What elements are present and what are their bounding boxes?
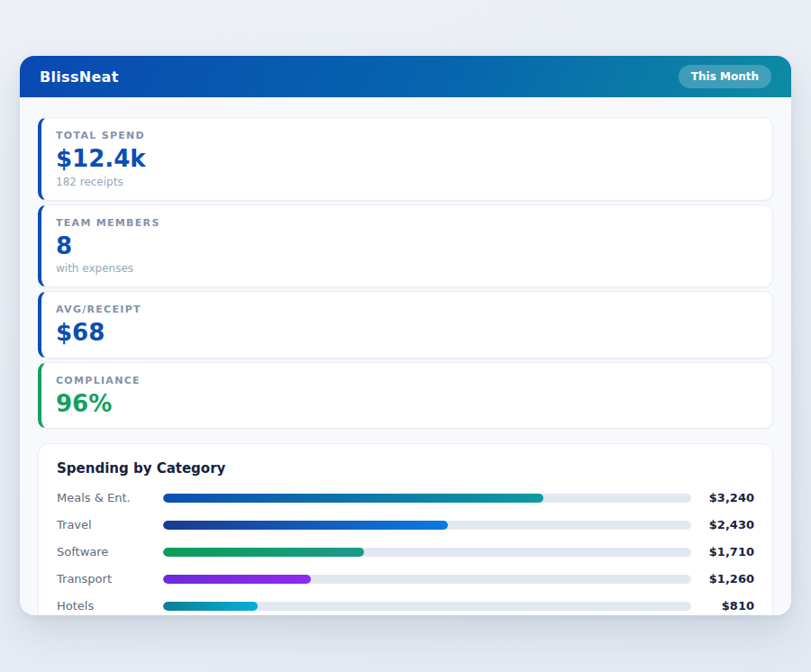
stat-card: TEAM MEMBERS 8 with expenses	[38, 204, 773, 288]
stat-label: TOTAL SPEND	[56, 130, 756, 141]
category-value: $1,260	[691, 572, 754, 586]
category-bar-track	[163, 548, 691, 557]
spending-chart-card: Spending by Category Meals & Ent. $3,240…	[38, 443, 773, 615]
stat-label: TEAM MEMBERS	[56, 217, 756, 229]
category-bar-fill	[163, 575, 311, 584]
chart-row: Travel $2,430	[57, 518, 754, 531]
category-value: $1,710	[691, 545, 754, 558]
dashboard-content: TOTAL SPEND $12.4k 182 receipts TEAM MEM…	[20, 97, 791, 615]
category-bar-fill	[163, 494, 543, 503]
chart-row: Transport $1,260	[57, 572, 754, 586]
stat-label: AVG/RECEIPT	[56, 304, 756, 315]
category-bar-fill	[163, 548, 364, 557]
stat-value: 96%	[56, 391, 756, 417]
category-label: Transport	[57, 572, 163, 586]
category-value: $3,240	[691, 491, 754, 504]
app-header: BlissNeat This Month	[20, 56, 791, 97]
category-bar-track	[163, 602, 691, 611]
category-label: Hotels	[57, 599, 163, 613]
stat-sub: 182 receipts	[56, 176, 756, 188]
stat-card: COMPLIANCE 96%	[38, 362, 773, 430]
chart-title: Spending by Category	[57, 460, 754, 477]
app-title: BlissNeat	[40, 68, 119, 86]
category-bar-fill	[163, 602, 258, 611]
dashboard-panel: BlissNeat This Month TOTAL SPEND $12.4k …	[20, 56, 791, 615]
category-label: Meals & Ent.	[57, 491, 163, 504]
stat-value: 8	[56, 233, 756, 259]
chart-row: Hotels $810	[57, 599, 754, 613]
period-filter-badge[interactable]: This Month	[679, 65, 771, 88]
stat-card: TOTAL SPEND $12.4k 182 receipts	[38, 117, 773, 201]
category-label: Travel	[57, 518, 163, 531]
category-bar-track	[163, 494, 691, 503]
chart-row: Meals & Ent. $3,240	[57, 491, 754, 504]
stat-value: $68	[56, 320, 756, 346]
chart-row: Software $1,710	[57, 545, 754, 558]
stat-label: COMPLIANCE	[56, 375, 756, 386]
category-label: Software	[57, 545, 163, 558]
category-bar-track	[163, 575, 691, 584]
category-value: $2,430	[691, 518, 754, 531]
category-value: $810	[691, 599, 754, 613]
category-bar-track	[163, 521, 691, 530]
stat-card: AVG/RECEIPT $68	[38, 291, 773, 359]
stat-sub: with expenses	[56, 262, 756, 275]
category-bar-fill	[163, 521, 448, 530]
stat-value: $12.4k	[56, 146, 756, 172]
